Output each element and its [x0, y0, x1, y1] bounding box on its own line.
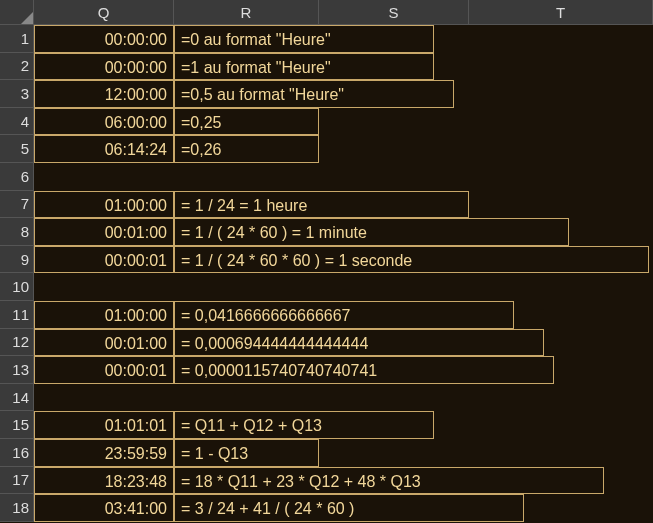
row-header-13[interactable]: 13: [0, 356, 34, 384]
cell-r9[interactable]: = 1 / ( 24 * 60 * 60 ) = 1 seconde: [174, 246, 649, 274]
cell-q3[interactable]: 12:00:00: [34, 80, 174, 108]
row-header-4[interactable]: 4: [0, 108, 34, 136]
cell-r11[interactable]: = 0,0416666666666667: [174, 301, 514, 329]
column-header-r[interactable]: R: [174, 0, 319, 25]
cell-q4[interactable]: 06:00:00: [34, 108, 174, 136]
cell-q2[interactable]: 00:00:00: [34, 53, 174, 81]
cell-r2[interactable]: =1 au format "Heure": [174, 53, 434, 81]
cell-r16[interactable]: = 1 - Q13: [174, 439, 319, 467]
cell-q6[interactable]: [34, 163, 174, 191]
cell-r4[interactable]: =0,25: [174, 108, 319, 136]
row-header-7[interactable]: 7: [0, 191, 34, 219]
row-header-6[interactable]: 6: [0, 163, 34, 191]
cell-r13[interactable]: = 0,0000115740740740741: [174, 356, 554, 384]
select-all-corner[interactable]: [0, 0, 34, 25]
cell-q11[interactable]: 01:00:00: [34, 301, 174, 329]
row-header-14[interactable]: 14: [0, 384, 34, 412]
cell-q18[interactable]: 03:41:00: [34, 494, 174, 522]
row-header-10[interactable]: 10: [0, 273, 34, 301]
column-header-s[interactable]: S: [319, 0, 469, 25]
row-header-2[interactable]: 2: [0, 53, 34, 81]
row-header-5[interactable]: 5: [0, 135, 34, 163]
row-header-15[interactable]: 15: [0, 411, 34, 439]
row-header-9[interactable]: 9: [0, 246, 34, 274]
row-header-8[interactable]: 8: [0, 218, 34, 246]
column-header-q[interactable]: Q: [34, 0, 174, 25]
cell-q8[interactable]: 00:01:00: [34, 218, 174, 246]
cell-r15[interactable]: = Q11 + Q12 + Q13: [174, 411, 434, 439]
row-header-1[interactable]: 1: [0, 25, 34, 53]
cell-r5[interactable]: =0,26: [174, 135, 319, 163]
cell-q7[interactable]: 01:00:00: [34, 191, 174, 219]
row-header-18[interactable]: 18: [0, 494, 34, 522]
column-header-t[interactable]: T: [469, 0, 653, 25]
row-header-12[interactable]: 12: [0, 329, 34, 357]
cell-r17[interactable]: = 18 * Q11 + 23 * Q12 + 48 * Q13: [174, 467, 604, 495]
cell-q1[interactable]: 00:00:00: [34, 25, 174, 53]
cell-q12[interactable]: 00:01:00: [34, 329, 174, 357]
column-headers: Q R S T: [34, 0, 653, 25]
row-header-17[interactable]: 17: [0, 467, 34, 495]
cell-r1[interactable]: =0 au format "Heure": [174, 25, 434, 53]
cell-q13[interactable]: 00:00:01: [34, 356, 174, 384]
row-header-11[interactable]: 11: [0, 301, 34, 329]
cell-r18[interactable]: = 3 / 24 + 41 / ( 24 * 60 ): [174, 494, 524, 522]
cell-q15[interactable]: 01:01:01: [34, 411, 174, 439]
row-header-3[interactable]: 3: [0, 80, 34, 108]
cell-q9[interactable]: 00:00:01: [34, 246, 174, 274]
cell-q16[interactable]: 23:59:59: [34, 439, 174, 467]
cell-r8[interactable]: = 1 / ( 24 * 60 ) = 1 minute: [174, 218, 569, 246]
cell-r7[interactable]: = 1 / 24 = 1 heure: [174, 191, 469, 219]
cell-r3[interactable]: =0,5 au format "Heure": [174, 80, 454, 108]
cell-q17[interactable]: 18:23:48: [34, 467, 174, 495]
row-headers: 123456789101112131415161718: [0, 25, 34, 522]
cell-r12[interactable]: = 0,000694444444444444: [174, 329, 544, 357]
row-header-16[interactable]: 16: [0, 439, 34, 467]
cell-q5[interactable]: 06:14:24: [34, 135, 174, 163]
cell-q10[interactable]: [34, 273, 174, 301]
cell-q14[interactable]: [34, 384, 174, 412]
